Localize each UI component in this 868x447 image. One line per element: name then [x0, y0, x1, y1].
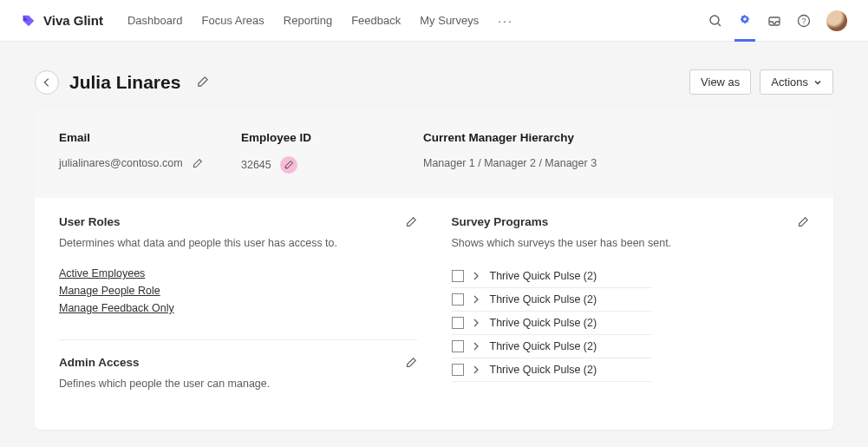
- topbar-icons: ?: [708, 10, 847, 31]
- survey-checkbox[interactable]: [452, 270, 464, 282]
- help-icon[interactable]: ?: [797, 14, 811, 28]
- actions-label: Actions: [771, 76, 808, 89]
- svg-text:?: ?: [801, 16, 806, 25]
- lower-panels: User Roles Determines what data and peop…: [35, 198, 833, 430]
- svg-point-2: [743, 17, 747, 21]
- survey-item: Thrive Quick Pulse (2): [452, 335, 651, 358]
- survey-programs-panel: Survey Programs Shows which surveys the …: [452, 215, 810, 405]
- role-link-manage-feedback[interactable]: Manage Feedback Only: [59, 299, 174, 317]
- chevron-right-icon[interactable]: [473, 342, 481, 351]
- nav-more-icon[interactable]: ···: [498, 14, 513, 28]
- settings-icon[interactable]: [738, 14, 752, 28]
- nav-link-my-surveys[interactable]: My Surveys: [420, 14, 479, 27]
- page-title: Julia Linares: [69, 72, 180, 93]
- admin-access-desc: Defines which people the user can manage…: [59, 378, 417, 390]
- admin-access-title: Admin Access: [59, 356, 140, 369]
- survey-list: Thrive Quick Pulse (2) Thrive Quick Puls…: [452, 265, 810, 382]
- survey-name: Thrive Quick Pulse (2): [490, 364, 597, 376]
- edit-title-icon[interactable]: [196, 76, 209, 89]
- user-roles-desc: Determines what data and people this use…: [59, 237, 417, 249]
- surveys-title: Survey Programs: [452, 215, 549, 228]
- brand-logo-icon: [21, 13, 36, 29]
- view-as-label: View as: [701, 76, 740, 89]
- view-as-button[interactable]: View as: [689, 69, 751, 95]
- field-empid: Employee ID 32645: [241, 131, 414, 174]
- brand[interactable]: Viva Glint: [21, 13, 103, 29]
- edit-admin-icon[interactable]: [405, 357, 417, 369]
- empid-value: 32645: [241, 159, 271, 171]
- profile-card: Email julialinares@contoso.com Employee …: [35, 110, 833, 430]
- edit-empid-icon[interactable]: [280, 156, 297, 174]
- survey-item: Thrive Quick Pulse (2): [452, 358, 651, 382]
- survey-checkbox[interactable]: [452, 293, 464, 306]
- chevron-right-icon[interactable]: [473, 295, 481, 304]
- header-actions: View as Actions: [689, 69, 833, 95]
- chevron-down-icon: [813, 78, 822, 87]
- hierarchy-label: Current Manager Hierarchy: [423, 131, 809, 144]
- topbar: Viva Glint Dashboard Focus Areas Reporti…: [0, 0, 868, 42]
- edit-email-icon[interactable]: [192, 158, 203, 169]
- svg-point-0: [710, 16, 719, 24]
- nav-link-focus-areas[interactable]: Focus Areas: [202, 14, 264, 27]
- survey-name: Thrive Quick Pulse (2): [490, 317, 597, 329]
- survey-checkbox[interactable]: [452, 317, 464, 329]
- chevron-right-icon[interactable]: [473, 319, 481, 327]
- brand-name: Viva Glint: [43, 13, 103, 28]
- surveys-desc: Shows which surveys the user has been se…: [452, 237, 810, 249]
- search-icon[interactable]: [708, 14, 722, 28]
- nav-link-feedback[interactable]: Feedback: [351, 14, 401, 27]
- avatar[interactable]: [826, 10, 847, 31]
- user-roles-title: User Roles: [59, 215, 121, 228]
- email-label: Email: [59, 131, 232, 144]
- page: Julia Linares View as Actions Email juli…: [0, 42, 868, 447]
- survey-item: Thrive Quick Pulse (2): [452, 265, 651, 288]
- email-value: julialinares@contoso.com: [59, 157, 183, 169]
- role-link-active-employees[interactable]: Active Employees: [59, 265, 145, 282]
- inbox-icon[interactable]: [767, 14, 781, 28]
- nav-link-reporting[interactable]: Reporting: [284, 14, 332, 27]
- survey-item: Thrive Quick Pulse (2): [452, 312, 651, 335]
- nav-links: Dashboard Focus Areas Reporting Feedback…: [127, 14, 513, 28]
- survey-checkbox[interactable]: [452, 340, 464, 352]
- chevron-right-icon[interactable]: [473, 272, 481, 280]
- survey-name: Thrive Quick Pulse (2): [490, 270, 597, 282]
- page-header: Julia Linares View as Actions: [35, 69, 833, 95]
- survey-item: Thrive Quick Pulse (2): [452, 288, 651, 312]
- field-hierarchy: Current Manager Hierarchy Manager 1 / Ma…: [423, 131, 809, 174]
- left-column: User Roles Determines what data and peop…: [59, 215, 417, 405]
- admin-access-panel: Admin Access Defines which people the us…: [59, 339, 417, 390]
- user-roles-panel: User Roles Determines what data and peop…: [59, 215, 417, 317]
- survey-name: Thrive Quick Pulse (2): [490, 340, 597, 352]
- empid-label: Employee ID: [241, 131, 414, 144]
- profile-block: Email julialinares@contoso.com Employee …: [35, 110, 833, 198]
- chevron-right-icon[interactable]: [473, 365, 481, 374]
- svg-line-1: [718, 23, 721, 26]
- field-email: Email julialinares@contoso.com: [59, 131, 232, 174]
- back-button[interactable]: [35, 70, 59, 95]
- nav-link-dashboard[interactable]: Dashboard: [127, 14, 183, 27]
- actions-button[interactable]: Actions: [760, 69, 833, 95]
- edit-surveys-icon[interactable]: [797, 216, 809, 228]
- role-link-manage-people[interactable]: Manage People Role: [59, 282, 160, 299]
- survey-name: Thrive Quick Pulse (2): [490, 293, 597, 306]
- survey-checkbox[interactable]: [452, 364, 464, 376]
- edit-roles-icon[interactable]: [405, 216, 417, 228]
- hierarchy-value: Manager 1 / Manager 2 / Manager 3: [423, 157, 597, 169]
